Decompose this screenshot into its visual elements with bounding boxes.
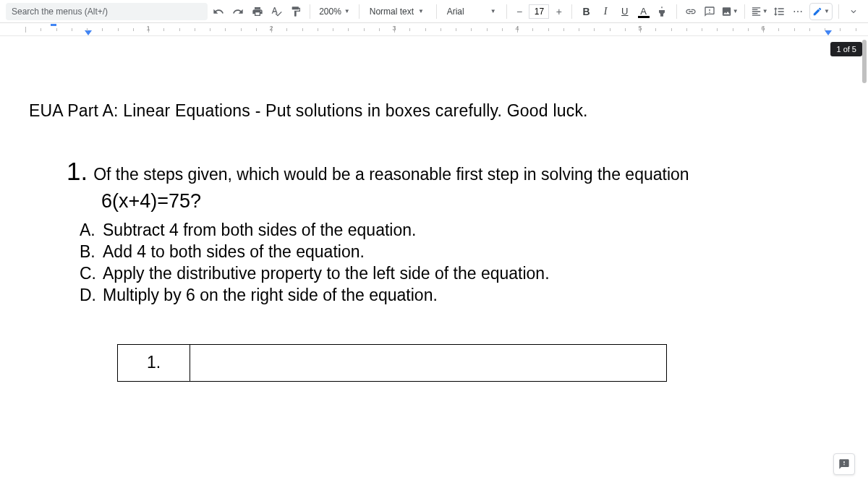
question-block: 1. Of the steps given, which would be a … [29, 157, 839, 382]
choice-text: Add 4 to both sides of the equation. [103, 242, 365, 261]
comment-icon[interactable] [702, 3, 718, 20]
italic-button[interactable]: I [597, 3, 614, 20]
zoom-dropdown[interactable]: 200% ▼ [316, 7, 353, 17]
separator [571, 4, 572, 19]
chevron-down-icon: ▼ [490, 8, 496, 14]
font-size-decrease[interactable]: − [513, 4, 527, 19]
link-icon[interactable] [682, 3, 699, 20]
chevron-down-icon: ▼ [418, 8, 424, 14]
choice-text: Apply the distributive property to the l… [103, 264, 550, 283]
answer-box-label: 1. [118, 345, 190, 381]
separator [310, 4, 310, 19]
separator [436, 4, 437, 19]
align-icon[interactable]: ▼ [751, 3, 768, 20]
font-dropdown[interactable]: Arial ▼ [443, 7, 501, 17]
ruler-number: 6 [761, 25, 765, 32]
ruler-number: 5 [638, 25, 642, 32]
more-icon[interactable]: ⋯ [790, 3, 807, 20]
chevron-down-icon: ▼ [762, 8, 768, 14]
choice-label: C. [80, 263, 103, 285]
choice-item[interactable]: C.Apply the distributive property to the… [80, 263, 839, 285]
separator [676, 4, 677, 19]
separator [838, 4, 839, 19]
right-indent-marker[interactable] [825, 30, 832, 35]
first-line-indent-marker[interactable] [51, 24, 56, 26]
choice-item[interactable]: D.Multiply by 6 on the right side of the… [80, 285, 839, 307]
answer-box[interactable]: 1. [117, 344, 667, 382]
choice-label: A. [80, 220, 103, 241]
choice-text: Multiply by 6 on the right side of the e… [103, 286, 438, 304]
text-color-button[interactable]: A [636, 4, 651, 20]
highlight-button[interactable] [654, 3, 671, 20]
choice-label: B. [80, 241, 103, 263]
question-prompt[interactable]: Of the steps given, which would be a rea… [93, 165, 689, 184]
text-color-letter: A [640, 7, 647, 16]
chevron-down-icon: ▼ [824, 8, 830, 14]
paint-format-icon[interactable] [288, 3, 305, 20]
choice-item[interactable]: A.Subtract 4 from both sides of the equa… [80, 220, 839, 241]
paragraph-style-dropdown[interactable]: Normal text ▼ [365, 7, 430, 17]
collapse-toolbar-icon[interactable] [845, 3, 862, 20]
menu-search[interactable]: Search the menus (Alt+/) [6, 3, 208, 20]
underline-button[interactable]: U [617, 3, 634, 20]
document-page: EUA Part A: Linear Equations - Put solut… [0, 36, 868, 396]
separator [506, 4, 507, 19]
redo-icon[interactable] [230, 3, 247, 20]
text-color-bar [638, 16, 650, 18]
font-size-increase[interactable]: + [552, 4, 566, 19]
answer-box-input[interactable] [190, 345, 666, 381]
chevron-down-icon: ▼ [733, 8, 739, 14]
separator [744, 4, 745, 19]
ruler-number: 2 [269, 25, 273, 32]
search-placeholder: Search the menus (Alt+/) [12, 7, 108, 17]
toolbar: Search the menus (Alt+/) 200% ▼ Normal t… [0, 0, 868, 23]
choice-text: Subtract 4 from both sides of the equati… [103, 221, 416, 239]
separator [359, 4, 359, 19]
bold-button[interactable]: B [578, 3, 595, 20]
choice-label: D. [80, 285, 103, 307]
explore-button[interactable] [833, 453, 855, 475]
font-size-input[interactable] [529, 4, 549, 19]
question-number[interactable]: 1. [67, 157, 88, 186]
ruler-number: 3 [392, 25, 396, 32]
spellcheck-icon[interactable] [268, 3, 285, 20]
document-title[interactable]: EUA Part A: Linear Equations - Put solut… [29, 101, 839, 121]
print-icon[interactable] [249, 3, 265, 20]
scrollbar-thumb[interactable] [862, 40, 867, 83]
chevron-down-icon: ▼ [344, 8, 350, 14]
font-value: Arial [447, 7, 464, 17]
ruler-number: 1 [146, 25, 150, 32]
ruler[interactable]: 123456 [0, 23, 868, 36]
zoom-value: 200% [319, 7, 341, 17]
ruler-number: 4 [515, 25, 519, 32]
image-icon[interactable]: ▼ [721, 3, 739, 20]
question-equation[interactable]: 6(x+4)=75? [101, 190, 839, 213]
page-counter: 1 of 5 [830, 42, 862, 56]
editing-mode-button[interactable]: ▼ [809, 3, 833, 20]
undo-icon[interactable] [210, 3, 227, 20]
choice-item[interactable]: B.Add 4 to both sides of the equation. [80, 241, 839, 263]
left-indent-marker[interactable] [85, 30, 92, 35]
paragraph-style-value: Normal text [370, 7, 414, 17]
line-spacing-icon[interactable] [771, 3, 788, 20]
